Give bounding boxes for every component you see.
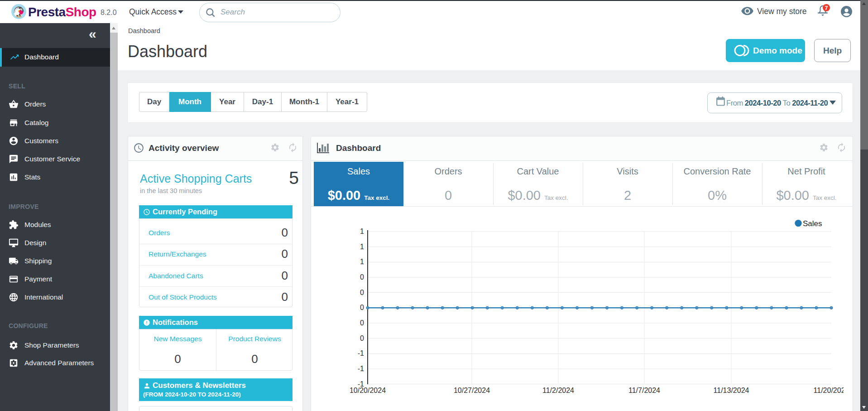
svg-text:11/7/2024: 11/7/2024: [628, 387, 660, 394]
svg-text:0: 0: [360, 273, 364, 281]
svg-text:10/27/2024: 10/27/2024: [454, 387, 490, 394]
svg-text:1: 1: [360, 227, 364, 235]
svg-text:11/2/2024: 11/2/2024: [542, 387, 574, 394]
svg-text:11/13/2024: 11/13/2024: [714, 387, 749, 394]
svg-text:0: 0: [360, 304, 364, 311]
svg-text:0: 0: [360, 334, 364, 342]
svg-text:10/20/2024: 10/20/2024: [350, 387, 386, 394]
svg-text:1: 1: [360, 243, 364, 251]
svg-text:1: 1: [360, 258, 364, 266]
svg-text:-1: -1: [358, 365, 364, 372]
svg-text:0: 0: [360, 289, 364, 296]
svg-text:Sales: Sales: [803, 219, 822, 228]
svg-text:0: 0: [360, 319, 364, 327]
svg-text:-1: -1: [358, 349, 364, 357]
svg-text:11/20/2024: 11/20/2024: [814, 387, 844, 394]
